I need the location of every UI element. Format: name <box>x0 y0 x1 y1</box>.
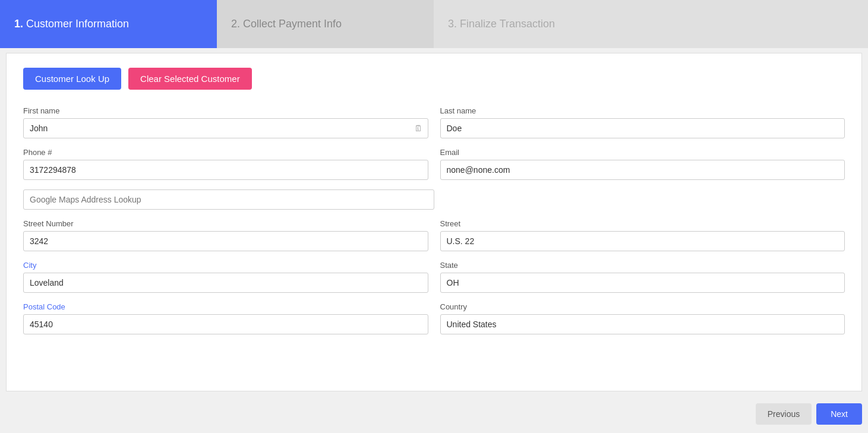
first-name-field-wrapper: 🗓 <box>23 118 428 138</box>
step-3-label: 3. Finalize Transaction <box>448 18 555 30</box>
step-2-label: 2. Collect Payment Info <box>231 18 342 30</box>
first-name-input[interactable] <box>23 118 428 138</box>
country-input[interactable] <box>440 314 845 334</box>
calendar-icon: 🗓 <box>414 124 422 133</box>
address-lookup-row <box>23 189 845 210</box>
state-input[interactable] <box>440 273 845 293</box>
email-group: Email <box>440 148 845 180</box>
city-input[interactable] <box>23 273 428 293</box>
street-number-label: Street Number <box>23 219 428 228</box>
state-label: State <box>440 261 845 270</box>
phone-input[interactable] <box>23 160 428 180</box>
country-group: Country <box>440 302 845 334</box>
name-row: First name 🗓 Last name <box>23 106 845 138</box>
first-name-group: First name 🗓 <box>23 106 428 138</box>
postal-code-input[interactable] <box>23 314 428 334</box>
phone-group: Phone # <box>23 148 428 180</box>
address-lookup-input[interactable] <box>23 189 434 210</box>
postal-country-row: Postal Code Country <box>23 302 845 334</box>
street-row: Street Number Street <box>23 219 845 251</box>
city-state-row: City State <box>23 261 845 293</box>
phone-label: Phone # <box>23 148 428 157</box>
next-button[interactable]: Next <box>816 403 862 425</box>
customer-lookup-button[interactable]: Customer Look Up <box>23 68 121 90</box>
contact-row: Phone # Email <box>23 148 845 180</box>
step-bar: 1. Customer Information 2. Collect Payme… <box>0 0 868 48</box>
last-name-input[interactable] <box>440 118 845 138</box>
last-name-label: Last name <box>440 106 845 115</box>
last-name-group: Last name <box>440 106 845 138</box>
city-group: City <box>23 261 428 293</box>
email-label: Email <box>440 148 845 157</box>
step-3[interactable]: 3. Finalize Transaction <box>434 0 868 48</box>
postal-code-group: Postal Code <box>23 302 428 334</box>
city-label: City <box>23 261 428 270</box>
street-label: Street <box>440 219 845 228</box>
bottom-nav: Previous Next <box>0 396 868 432</box>
action-buttons: Customer Look Up Clear Selected Customer <box>23 68 845 90</box>
street-number-group: Street Number <box>23 219 428 251</box>
country-label: Country <box>440 302 845 311</box>
street-number-input[interactable] <box>23 231 428 251</box>
street-input[interactable] <box>440 231 845 251</box>
state-group: State <box>440 261 845 293</box>
previous-button[interactable]: Previous <box>756 403 812 425</box>
email-input[interactable] <box>440 160 845 180</box>
main-content: Customer Look Up Clear Selected Customer… <box>6 53 862 391</box>
first-name-label: First name <box>23 106 428 115</box>
postal-code-label: Postal Code <box>23 302 428 311</box>
street-group: Street <box>440 219 845 251</box>
step-1-label: 1. Customer Information <box>14 18 129 30</box>
clear-customer-button[interactable]: Clear Selected Customer <box>128 68 252 90</box>
step-1[interactable]: 1. Customer Information <box>0 0 217 48</box>
step-2[interactable]: 2. Collect Payment Info <box>217 0 434 48</box>
